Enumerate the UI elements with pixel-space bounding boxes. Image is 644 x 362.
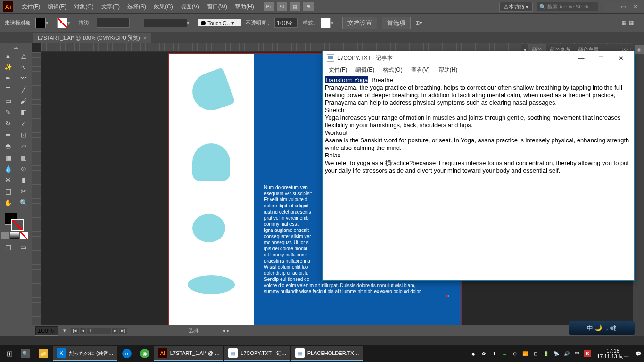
taskbar-illustrator[interactable]: AiL7START_1.AI* @ … <box>154 346 224 361</box>
notepad-titlebar[interactable]: L7COPY.TXT - 记事本 — ☐ ✕ <box>323 51 634 65</box>
screen-mode-icon[interactable]: ▭ <box>16 242 30 252</box>
vertical-ruler[interactable] <box>32 52 41 336</box>
clock[interactable]: 17:18 17.11.13 周一 <box>594 348 632 359</box>
zoom-input[interactable] <box>35 326 58 336</box>
overflow-handle-icon[interactable] <box>446 295 449 297</box>
taskbar-search[interactable]: 🔍 <box>17 346 34 361</box>
hand-tool[interactable]: ✋ <box>1 197 15 208</box>
rotate-tool[interactable]: ↻ <box>1 118 15 129</box>
width-tool[interactable]: ⇔ <box>1 130 15 140</box>
tray-icon[interactable]: ⊙ <box>511 350 519 357</box>
selection-tool[interactable]: ▲ <box>1 50 15 61</box>
line-tool[interactable]: ╱ <box>17 84 31 95</box>
stroke-color-icon[interactable] <box>11 219 24 231</box>
tray-icon[interactable]: ✿ <box>480 350 487 357</box>
rectangle-tool[interactable]: ▭ <box>1 96 15 106</box>
menu-object[interactable]: 对象(O) <box>70 3 97 11</box>
wechat-icon[interactable]: ☁ <box>501 350 508 357</box>
np-menu-edit[interactable]: 编辑(E) <box>352 65 378 75</box>
perspective-tool[interactable]: ▱ <box>17 141 31 151</box>
free-transform-tool[interactable]: ⊡ <box>17 130 31 140</box>
tray-icon[interactable]: ◆ <box>470 350 477 357</box>
menu-window[interactable]: 窗口(W) <box>203 3 231 11</box>
panel-icon[interactable]: ▦ <box>621 20 626 26</box>
taskbar-notepad2[interactable]: ▤PLACEHOLDER.TX… <box>291 346 363 361</box>
menu-select[interactable]: 选择(S) <box>124 3 150 11</box>
notepad-close-button[interactable]: ✕ <box>611 52 630 64</box>
draw-mode-icon[interactable]: ◫ <box>1 242 15 252</box>
symbol-sprayer-tool[interactable]: ❋ <box>1 175 15 185</box>
fill-stroke-control[interactable] <box>1 211 31 230</box>
stock-icon[interactable]: St <box>277 2 287 11</box>
scrollbar-icon[interactable]: ◂ ▸ <box>223 328 230 334</box>
menu-view[interactable]: 视图(V) <box>177 3 203 11</box>
artboard-number[interactable]: 1 <box>87 328 111 334</box>
menu-help[interactable]: 帮助(H) <box>231 3 258 11</box>
search-stock-input[interactable]: 🔍 搜索 Adobe Stock <box>537 2 598 11</box>
maximize-button[interactable]: ▭ <box>618 2 629 11</box>
close-button[interactable]: ✕ <box>630 2 641 11</box>
start-button[interactable]: ⊞ <box>2 346 17 361</box>
color-mode-icon[interactable] <box>1 232 9 239</box>
panel-icon[interactable]: ▦ <box>629 20 634 26</box>
direct-selection-tool[interactable]: △ <box>17 50 31 61</box>
paintbrush-tool[interactable]: 🖌 <box>17 96 31 106</box>
doc-setup-button[interactable]: 文档设置 <box>342 17 377 29</box>
gradient-mode-icon[interactable] <box>10 232 19 239</box>
workspace-switcher[interactable]: 基本功能 ▾ <box>499 2 533 12</box>
minimize-button[interactable]: — <box>605 2 617 11</box>
volume-icon[interactable]: 🔊 <box>563 350 570 357</box>
zoom-tool[interactable]: 🔍 <box>17 197 31 208</box>
ime-lang-icon[interactable]: 中 <box>573 350 581 357</box>
sogou-icon[interactable]: S <box>584 350 591 357</box>
type-tool[interactable]: T <box>1 84 15 95</box>
taskbar-music-player[interactable]: Kだったのに (純音… <box>53 346 117 361</box>
gradient-tool[interactable]: ▥ <box>17 152 31 163</box>
touch-dropdown[interactable]: Touch C…▾ <box>198 19 241 26</box>
menu-edit[interactable]: 编辑(E) <box>44 3 70 11</box>
eyedropper-tool[interactable]: 💧 <box>1 164 15 174</box>
curvature-tool[interactable]: 〰 <box>17 73 31 83</box>
network-icon[interactable]: 📶 <box>521 350 529 357</box>
taskbar-browser[interactable]: ◉ <box>136 346 153 361</box>
mesh-tool[interactable]: ▦ <box>1 152 15 163</box>
arrange-icon[interactable]: ▦ <box>290 2 300 11</box>
shape-builder-tool[interactable]: ◓ <box>1 141 15 151</box>
menu-icon[interactable]: ≡ <box>636 20 639 26</box>
eraser-tool[interactable]: ◧ <box>17 107 31 117</box>
menu-type[interactable]: 文字(T) <box>98 3 124 11</box>
artboard-tool[interactable]: ◰ <box>1 186 15 197</box>
pen-tool[interactable]: ✒ <box>1 73 15 83</box>
graph-tool[interactable]: ▮ <box>17 175 31 185</box>
bridge-icon[interactable]: Br <box>264 2 274 11</box>
np-menu-help[interactable]: 帮助(H) <box>435 65 462 75</box>
np-menu-format[interactable]: 格式(O) <box>379 65 406 75</box>
lasso-tool[interactable]: ∿ <box>17 62 31 72</box>
notepad-maximize-button[interactable]: ☐ <box>592 52 611 64</box>
taskbar-file-explorer[interactable]: 📁 <box>35 346 52 361</box>
shaper-tool[interactable]: ✎ <box>1 107 15 117</box>
scale-tool[interactable]: ⤢ <box>17 118 31 129</box>
slice-tool[interactable]: ✂ <box>17 186 31 197</box>
menu-effect[interactable]: 效果(C) <box>150 3 177 11</box>
fill-swatch[interactable]: ▾ <box>35 18 52 28</box>
battery-icon[interactable]: 🔋 <box>542 350 550 357</box>
style-swatch[interactable]: ▾ <box>321 18 338 28</box>
notepad-textarea[interactable]: Transform Yoga Breathe Pranayama, the yo… <box>323 75 634 280</box>
wifi-icon[interactable]: 📡 <box>553 350 560 357</box>
stroke-swatch[interactable]: ▾ <box>57 18 74 28</box>
tray-icon[interactable]: ⊟ <box>532 350 539 357</box>
opacity-input[interactable] <box>274 18 298 28</box>
menu-file[interactable]: 文件(F) <box>18 3 44 11</box>
libraries-icon[interactable]: ◉ <box>635 45 644 54</box>
close-tab-icon[interactable]: × <box>144 35 147 41</box>
notepad-window[interactable]: L7COPY.TXT - 记事本 — ☐ ✕ 文件(F) 编辑(E) 格式(O)… <box>322 51 635 281</box>
taskbar-edge[interactable]: e <box>118 346 135 361</box>
align-icon[interactable]: ⊞▾ <box>415 20 422 26</box>
taskbar-notepad[interactable]: ▤L7COPY.TXT - 记… <box>224 346 290 361</box>
np-menu-file[interactable]: 文件(F) <box>325 65 351 75</box>
artboard-nav[interactable]: |◂◂ 1 ▸▸| <box>71 328 127 334</box>
none-mode-icon[interactable] <box>20 232 28 239</box>
zoom-dropdown-icon[interactable]: ▾ <box>63 328 66 334</box>
stroke-weight-input[interactable] <box>97 18 130 28</box>
